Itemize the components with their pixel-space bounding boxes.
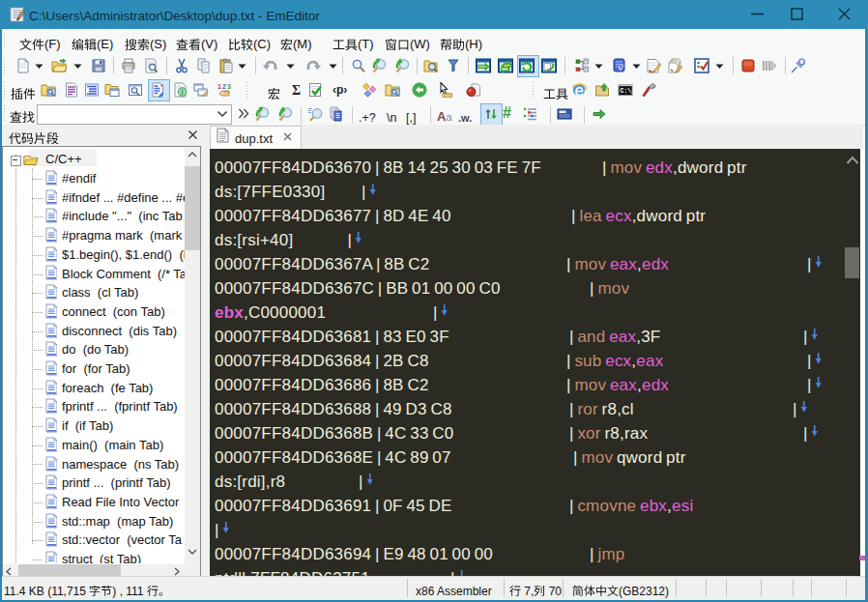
svg-text:3: 3 [227, 83, 231, 90]
svg-text:C:\_: C:\_ [621, 88, 634, 95]
svg-text:Σ: Σ [292, 83, 301, 98]
svg-text:1: 1 [217, 83, 221, 90]
svg-text:2: 2 [222, 83, 226, 90]
svg-text:‹p›: ‹p› [333, 83, 347, 97]
